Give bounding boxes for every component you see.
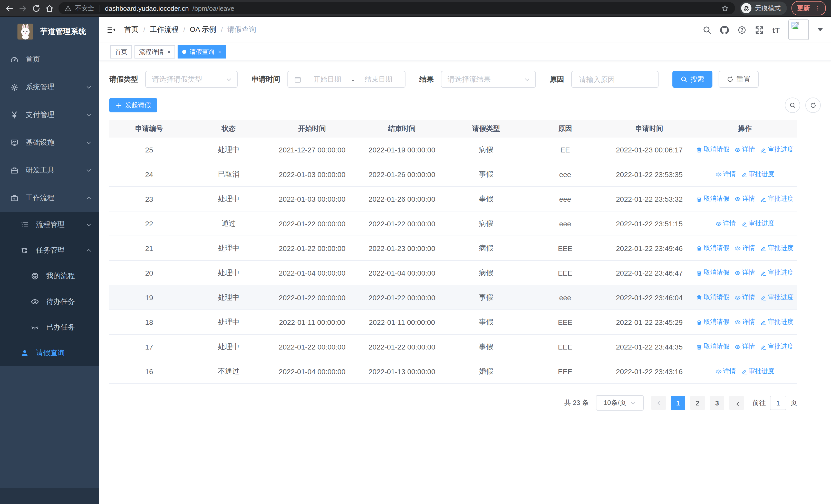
- cell-reason: EEE: [524, 343, 606, 351]
- avatar-dropdown-caret[interactable]: [818, 28, 823, 31]
- page-button-2[interactable]: 2: [690, 396, 705, 410]
- goto-page-input[interactable]: [770, 396, 786, 410]
- cell-actions: 取消请假详情审批进度: [692, 195, 797, 203]
- sidebar-item-label: 系统管理: [26, 83, 54, 92]
- sidebar-item-devtools[interactable]: 研发工具: [0, 156, 99, 184]
- cell-applied: 2022-01-22 23:43:16: [606, 367, 692, 376]
- sidebar-item-todo-tasks[interactable]: 待办任务: [0, 289, 99, 315]
- action-progress[interactable]: 审批进度: [760, 244, 794, 253]
- action-cancel[interactable]: 取消请假: [696, 195, 729, 203]
- column-header: 开始时间: [268, 124, 356, 134]
- cell-status: 处理中: [189, 342, 268, 351]
- action-progress[interactable]: 审批进度: [760, 293, 794, 302]
- cell-type: 病假: [448, 268, 524, 277]
- bookmark-star-icon[interactable]: [721, 4, 729, 12]
- sidebar-item-infrastructure[interactable]: 基础设施: [0, 129, 99, 156]
- close-tab-icon[interactable]: ×: [218, 49, 221, 55]
- refresh-table-button[interactable]: [805, 97, 821, 113]
- reset-button[interactable]: 重置: [719, 71, 758, 88]
- breadcrumb-workflow[interactable]: 工作流程: [150, 25, 179, 34]
- update-button[interactable]: 更新: [792, 1, 826, 16]
- action-cancel[interactable]: 取消请假: [696, 268, 729, 277]
- address-bar[interactable]: 不安全 dashboard.yudao.iocoder.cn/bpm/oa/le…: [58, 2, 735, 14]
- back-icon[interactable]: [5, 4, 14, 12]
- leave-type-select[interactable]: 请选择请假类型: [145, 71, 238, 88]
- action-detail[interactable]: 详情: [735, 318, 755, 326]
- browser-menu-icon[interactable]: [814, 5, 820, 12]
- cell-start: 2022-01-22 00:00:00: [268, 219, 356, 228]
- action-progress[interactable]: 审批进度: [741, 367, 774, 376]
- page-button-3[interactable]: 3: [710, 396, 724, 410]
- action-cancel[interactable]: 取消请假: [696, 318, 729, 326]
- result-select[interactable]: 请选择流结果: [441, 71, 536, 88]
- sidebar-item-workflow[interactable]: 工作流程: [0, 184, 99, 212]
- next-page-button[interactable]: [729, 396, 744, 410]
- action-cancel[interactable]: 取消请假: [696, 293, 729, 302]
- sidebar-item-system[interactable]: 系统管理: [0, 73, 99, 101]
- action-detail[interactable]: 详情: [715, 367, 736, 376]
- cell-reason: EEE: [524, 244, 606, 252]
- action-progress[interactable]: 审批进度: [760, 342, 794, 351]
- sidebar-item-leave-query[interactable]: 请假查询: [0, 340, 99, 366]
- avatar[interactable]: [789, 20, 809, 40]
- action-detail[interactable]: 详情: [735, 145, 755, 154]
- sidebar-item-done-tasks[interactable]: 已办任务: [0, 315, 99, 340]
- action-detail[interactable]: 详情: [735, 342, 755, 351]
- reason-input[interactable]: [578, 75, 652, 84]
- action-progress[interactable]: 审批进度: [741, 170, 774, 179]
- security-label[interactable]: 不安全: [75, 4, 94, 12]
- action-progress[interactable]: 审批进度: [760, 268, 794, 277]
- cell-type: 病假: [448, 243, 524, 253]
- breadcrumb-home[interactable]: 首页: [124, 25, 139, 34]
- page-button-1[interactable]: 1: [671, 396, 685, 410]
- result-label: 结果: [419, 75, 434, 84]
- action-progress[interactable]: 审批进度: [760, 195, 794, 203]
- toggle-search-button[interactable]: [785, 97, 800, 113]
- refresh-icon: [810, 102, 816, 109]
- action-detail[interactable]: 详情: [735, 293, 755, 302]
- action-detail[interactable]: 详情: [715, 170, 736, 179]
- view-tab-1[interactable]: 流程详情×: [135, 45, 175, 59]
- app-logo-row[interactable]: 芋道管理系统: [0, 17, 99, 46]
- sidebar-item-home[interactable]: 首页: [0, 46, 99, 73]
- table-row: 23处理中2022-01-03 00:00:002022-01-26 00:00…: [109, 187, 797, 211]
- breadcrumb-oa-example[interactable]: OA 示例: [190, 25, 216, 34]
- sidebar-item-task-mgmt[interactable]: 任务管理: [0, 238, 99, 263]
- header-search-icon[interactable]: [703, 25, 711, 34]
- action-cancel[interactable]: 取消请假: [696, 244, 729, 253]
- search-button[interactable]: 搜索: [672, 71, 712, 88]
- table-row: 25处理中2021-12-27 00:00:002022-01-19 00:00…: [109, 138, 797, 162]
- action-detail[interactable]: 详情: [735, 195, 755, 203]
- collapse-menu-icon[interactable]: [107, 25, 116, 34]
- view-tab-0[interactable]: 首页: [110, 45, 132, 59]
- home-icon[interactable]: [45, 4, 54, 12]
- close-tab-icon[interactable]: ×: [167, 49, 171, 55]
- action-detail[interactable]: 详情: [735, 268, 755, 277]
- eye-icon: [735, 270, 741, 276]
- action-progress[interactable]: 审批进度: [760, 318, 794, 326]
- apply-time-range-picker[interactable]: 开始日期 - 结束日期: [287, 71, 405, 88]
- action-cancel[interactable]: 取消请假: [696, 342, 729, 351]
- help-icon[interactable]: [738, 25, 746, 34]
- action-cancel[interactable]: 取消请假: [696, 145, 729, 154]
- chevron-down-icon: [86, 167, 92, 174]
- sidebar-item-my-process[interactable]: 我的流程: [0, 263, 99, 289]
- page-size-select[interactable]: 10条/页: [596, 395, 643, 411]
- sidebar-item-process-mgmt[interactable]: 流程管理: [0, 212, 99, 238]
- github-icon[interactable]: [720, 25, 729, 34]
- text-size-icon[interactable]: tT: [773, 26, 780, 34]
- column-header: 原因: [524, 124, 606, 134]
- fullscreen-icon[interactable]: [755, 25, 764, 34]
- view-tab-2[interactable]: 请假查询×: [178, 45, 226, 59]
- prev-page-button[interactable]: [651, 396, 666, 410]
- forward-icon[interactable]: [19, 4, 27, 12]
- action-detail[interactable]: 详情: [735, 244, 755, 253]
- action-detail[interactable]: 详情: [715, 219, 736, 228]
- action-progress[interactable]: 审批进度: [760, 145, 794, 154]
- column-header: 状态: [189, 124, 268, 134]
- action-progress[interactable]: 审批进度: [741, 219, 774, 228]
- sidebar-item-payment[interactable]: 支付管理: [0, 101, 99, 129]
- reload-icon[interactable]: [32, 4, 40, 12]
- create-leave-button[interactable]: 发起请假: [109, 98, 157, 112]
- screen: 不安全 dashboard.yudao.iocoder.cn/bpm/oa/le…: [0, 0, 831, 504]
